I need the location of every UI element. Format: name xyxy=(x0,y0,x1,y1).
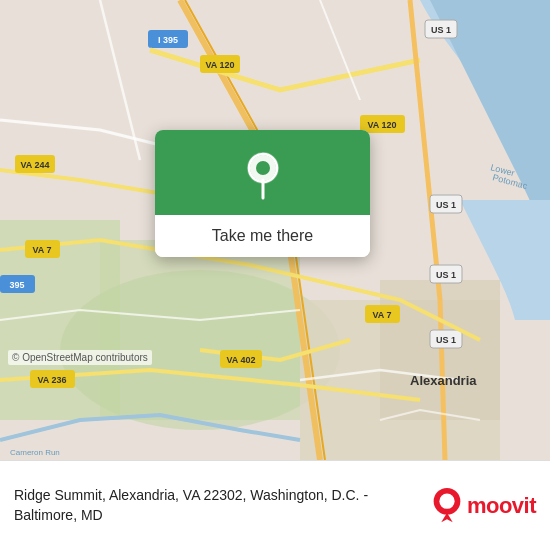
location-description: Ridge Summit, Alexandria, VA 22302, Wash… xyxy=(14,486,394,525)
svg-text:VA 244: VA 244 xyxy=(20,160,49,170)
moovit-brand-text: moovit xyxy=(467,493,536,519)
svg-text:395: 395 xyxy=(9,280,24,290)
svg-text:VA 402: VA 402 xyxy=(226,355,255,365)
moovit-logo: moovit xyxy=(431,486,536,526)
osm-attribution: © OpenStreetMap contributors xyxy=(8,350,152,365)
bottom-info-bar: Ridge Summit, Alexandria, VA 22302, Wash… xyxy=(0,460,550,550)
svg-text:VA 120: VA 120 xyxy=(367,120,396,130)
svg-text:VA 7: VA 7 xyxy=(32,245,51,255)
attribution-text: © OpenStreetMap contributors xyxy=(12,352,148,363)
svg-point-40 xyxy=(256,161,270,175)
svg-text:US 1: US 1 xyxy=(436,270,456,280)
map-view[interactable]: Lower Potomac I 395 I 395 395 VA 120 VA … xyxy=(0,0,550,460)
location-pin-icon xyxy=(243,150,283,200)
svg-text:I 395: I 395 xyxy=(158,35,178,45)
popup-header xyxy=(155,130,370,215)
svg-text:Cameron Run: Cameron Run xyxy=(10,448,60,457)
svg-point-43 xyxy=(439,493,454,508)
location-popup: Take me there xyxy=(155,130,370,257)
svg-text:VA 7: VA 7 xyxy=(372,310,391,320)
svg-text:VA 120: VA 120 xyxy=(205,60,234,70)
moovit-pin-icon xyxy=(431,486,463,526)
svg-text:US 1: US 1 xyxy=(436,200,456,210)
svg-text:US 1: US 1 xyxy=(431,25,451,35)
location-info: Ridge Summit, Alexandria, VA 22302, Wash… xyxy=(14,486,394,525)
take-me-there-button[interactable]: Take me there xyxy=(155,215,370,257)
svg-text:US 1: US 1 xyxy=(436,335,456,345)
svg-text:VA 236: VA 236 xyxy=(37,375,66,385)
svg-text:Alexandria: Alexandria xyxy=(410,373,477,388)
